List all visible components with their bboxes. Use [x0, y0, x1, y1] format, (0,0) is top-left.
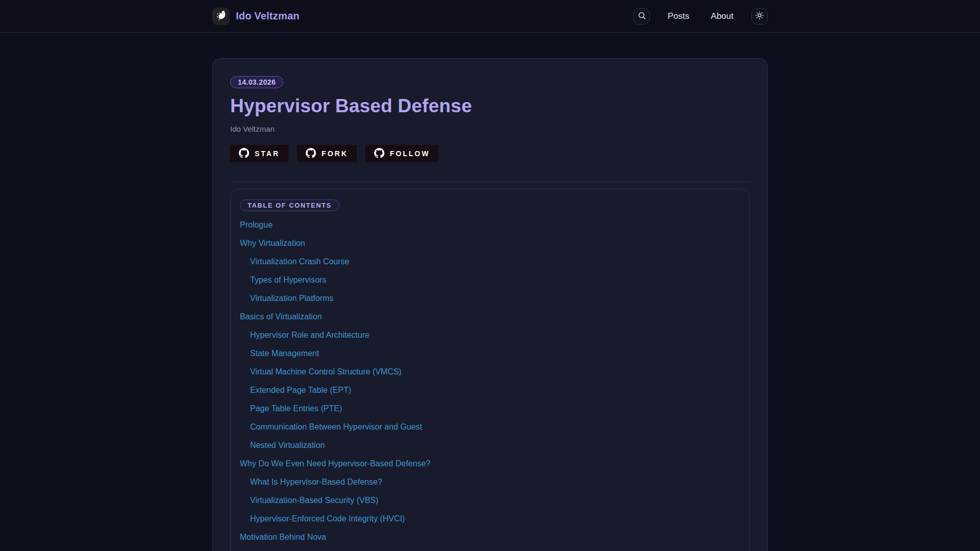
- nav-link-about[interactable]: About: [700, 8, 744, 24]
- toc-item: State Management: [240, 349, 740, 358]
- content-divider: [230, 182, 750, 182]
- toc-link-basics-of-virtualization[interactable]: Basics of Virtualization: [240, 312, 322, 321]
- toc-link-motivation-behind-nova[interactable]: Motivation Behind Nova: [240, 533, 326, 541]
- page-title: Hypervisor Based Defense: [230, 95, 750, 117]
- toc-item: Extended Page Table (EPT): [240, 386, 740, 395]
- toc-item: What Is Hypervisor-Based Defense?: [240, 478, 740, 487]
- toc-link-virtualization-crash-course[interactable]: Virtualization Crash Course: [250, 257, 349, 266]
- toc-link-why-virtualization[interactable]: Why Virtualization: [240, 239, 305, 247]
- search-button[interactable]: [633, 8, 650, 24]
- toc-link-ept[interactable]: Extended Page Table (EPT): [250, 386, 351, 394]
- toc-item: Basics of Virtualization: [240, 312, 740, 321]
- github-buttons-row: STAR FORK FOLLOW: [230, 145, 750, 162]
- github-octocat-icon: [374, 148, 384, 160]
- toc-item: Hypervisor Role and Architecture: [240, 331, 740, 340]
- toc-link-what-is-hypervisor-based-defense[interactable]: What Is Hypervisor-Based Defense?: [250, 478, 382, 486]
- toc-link-vmcs[interactable]: Virtual Machine Control Structure (VMCS): [250, 367, 402, 376]
- toc-link-hypervisor-role-and-architecture[interactable]: Hypervisor Role and Architecture: [250, 331, 370, 339]
- main-content: 14.03.2026 Hypervisor Based Defense Ido …: [212, 58, 768, 551]
- toc-item: Page Table Entries (PTE): [240, 404, 740, 413]
- nav-link-posts[interactable]: Posts: [657, 8, 700, 24]
- github-button-label: STAR: [255, 149, 280, 158]
- brand-home-link[interactable]: Ido Veltzman: [212, 8, 300, 25]
- github-button-label: FORK: [322, 149, 348, 158]
- brand-logo: [212, 8, 230, 25]
- toc-item: Hypervisor-Enforced Code Integrity (HVCI…: [240, 514, 740, 523]
- site-header: Ido Veltzman Posts About: [0, 0, 980, 33]
- sun-icon: [755, 11, 764, 21]
- search-icon: [638, 11, 646, 21]
- toc-item: Nested Virtualization: [240, 441, 740, 450]
- toc-item: Virtualization Platforms: [240, 294, 740, 303]
- toc-link-pte[interactable]: Page Table Entries (PTE): [250, 404, 342, 413]
- toc-link-state-management[interactable]: State Management: [250, 349, 319, 358]
- toc-item: Motivation Behind Nova: [240, 533, 740, 542]
- toc-link-communication-hypervisor-guest[interactable]: Communication Between Hypervisor and Gue…: [250, 422, 422, 431]
- post-author: Ido Veltzman: [230, 124, 750, 133]
- toc-link-prologue[interactable]: Prologue: [240, 220, 273, 229]
- toc-item: Virtualization-Based Security (VBS): [240, 496, 740, 505]
- toc-link-nested-virtualization[interactable]: Nested Virtualization: [250, 441, 325, 449]
- toc-item: Types of Hypervisors: [240, 276, 740, 285]
- toc-panel: TABLE OF CONTENTS Prologue Why Virtualiz…: [230, 189, 750, 551]
- toc-item: Virtual Machine Control Structure (VMCS): [240, 367, 740, 377]
- github-star-button[interactable]: STAR: [230, 145, 288, 162]
- github-fork-button[interactable]: FORK: [297, 145, 357, 162]
- toc-link-vbs[interactable]: Virtualization-Based Security (VBS): [250, 496, 378, 505]
- header-nav: Posts About: [633, 8, 768, 24]
- toc-badge: TABLE OF CONTENTS: [240, 199, 339, 211]
- toc-item: Why Virtualization: [240, 239, 740, 248]
- github-octocat-icon: [239, 148, 249, 160]
- toc-item: Communication Between Hypervisor and Gue…: [240, 422, 740, 432]
- theme-toggle-button[interactable]: [751, 8, 768, 24]
- toc-item: Why Do We Even Need Hypervisor-Based Def…: [240, 459, 740, 468]
- toc-link-hvci[interactable]: Hypervisor-Enforced Code Integrity (HVCI…: [250, 514, 405, 523]
- toc-link-virtualization-platforms[interactable]: Virtualization Platforms: [250, 294, 333, 303]
- github-octocat-icon: [306, 148, 316, 160]
- toc-link-types-of-hypervisors[interactable]: Types of Hypervisors: [250, 276, 326, 284]
- github-button-label: FOLLOW: [390, 149, 430, 158]
- brand-title: Ido Veltzman: [236, 10, 300, 22]
- toc-list: Prologue Why Virtualization Virtualizati…: [240, 220, 740, 542]
- post-card: 14.03.2026 Hypervisor Based Defense Ido …: [212, 58, 768, 551]
- toc-link-why-need-hypervisor-based-defense[interactable]: Why Do We Even Need Hypervisor-Based Def…: [240, 459, 430, 468]
- toc-item: Prologue: [240, 220, 740, 230]
- date-badge: 14.03.2026: [230, 76, 283, 88]
- toc-item: Virtualization Crash Course: [240, 257, 740, 266]
- github-follow-button[interactable]: FOLLOW: [365, 145, 439, 162]
- wolf-icon: [215, 9, 227, 23]
